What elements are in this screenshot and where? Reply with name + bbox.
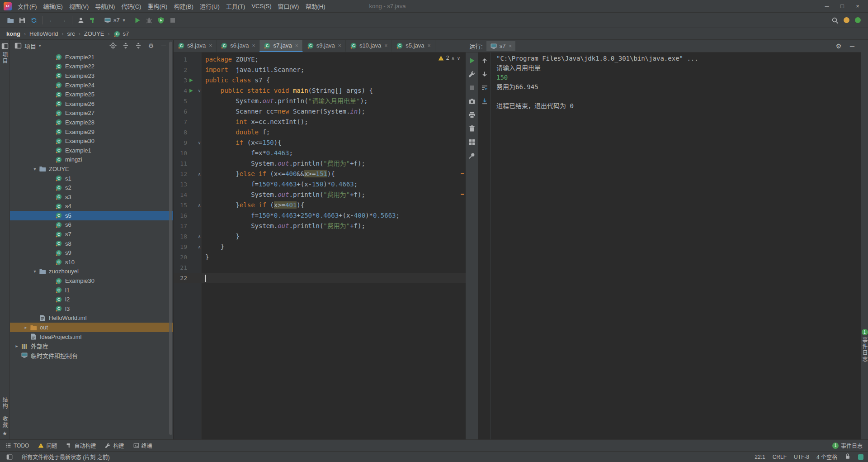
- code-line[interactable]: 1package ZOUYE;: [174, 54, 466, 65]
- tree-item[interactable]: Cs1: [10, 174, 173, 183]
- tree-item[interactable]: CExampie24: [10, 81, 173, 90]
- status-indent-style[interactable]: 4 个空格: [816, 453, 837, 461]
- toolwindow-button-event-log[interactable]: 1事件日志: [832, 442, 863, 449]
- tree-item[interactable]: Cl3: [10, 304, 173, 314]
- code-line[interactable]: 4∨ public static void main(String[] args…: [174, 86, 466, 96]
- code-line[interactable]: 14 System.out.println("费用为"+f);: [174, 190, 466, 200]
- tree-chevron-icon[interactable]: ▾: [31, 167, 39, 171]
- run-line-button[interactable]: [189, 88, 193, 93]
- prev-warning-icon[interactable]: ∧: [451, 56, 454, 61]
- tree-item[interactable]: CExampie27: [10, 109, 173, 118]
- editor[interactable]: 1package ZOUYE;2import java.util.Scanner…: [174, 52, 466, 439]
- toolwindow-button-problems[interactable]: 问题: [38, 442, 57, 449]
- toolwindow-button-terminal[interactable]: 终端: [133, 442, 152, 449]
- save-all-button[interactable]: [16, 14, 28, 26]
- write-lock-button[interactable]: [844, 453, 851, 461]
- tree-item[interactable]: CExampie29: [10, 127, 173, 137]
- code-line[interactable]: 10 f=x*0.4463;: [174, 148, 466, 158]
- code-line[interactable]: 2import java.util.Scanner;: [174, 65, 466, 75]
- tab-close-icon[interactable]: ×: [428, 43, 431, 49]
- editor-tab[interactable]: Cs10.java×: [346, 40, 392, 52]
- app-logo-icon[interactable]: IJ: [4, 2, 12, 10]
- tree-item[interactable]: CExample1: [10, 146, 173, 155]
- rerun-button[interactable]: [467, 56, 476, 65]
- editor-tab[interactable]: Cs7.java×: [259, 40, 302, 52]
- tree-item[interactable]: CExampie22: [10, 62, 173, 71]
- build-button[interactable]: [87, 14, 99, 26]
- minimize-button[interactable]: ─: [819, 3, 835, 10]
- scroll-to-end-button[interactable]: [480, 97, 489, 106]
- toolwindow-button-build[interactable]: 构建: [105, 442, 124, 449]
- code-with-me-button[interactable]: [75, 14, 87, 26]
- run-tab-close-icon[interactable]: ×: [509, 43, 512, 49]
- hide-button[interactable]: ─: [159, 41, 169, 51]
- tree-item[interactable]: CExampie21: [10, 52, 173, 62]
- status-file-encoding[interactable]: UTF-8: [794, 454, 809, 460]
- stripe-tab-event-log[interactable]: 1事件日志: [861, 329, 868, 362]
- tree-item[interactable]: Cs3: [10, 192, 173, 202]
- fold-marker-icon[interactable]: ∧: [198, 169, 201, 179]
- code-line[interactable]: 15∧ }else if (x>=401){: [174, 200, 466, 210]
- tree-item[interactable]: Cs6: [10, 220, 173, 230]
- tree-item[interactable]: Cl2: [10, 295, 173, 304]
- debug-button[interactable]: [143, 14, 155, 26]
- menu-item[interactable]: 代码(C): [118, 0, 144, 12]
- tree-item[interactable]: CExampie30: [10, 136, 173, 146]
- soft-wrap-button[interactable]: [480, 83, 489, 92]
- code-line[interactable]: 22: [174, 273, 466, 283]
- pin-button[interactable]: [467, 151, 476, 160]
- tree-item[interactable]: Cs8: [10, 239, 173, 248]
- status-caret-position[interactable]: 22:1: [755, 454, 765, 460]
- run-button[interactable]: [132, 14, 143, 26]
- menu-item[interactable]: 文件(F): [14, 0, 40, 12]
- settings-button[interactable]: ⚙: [146, 41, 156, 51]
- code-line[interactable]: 3public class s7 {: [174, 75, 466, 86]
- code-line[interactable]: 18∧ }: [174, 231, 466, 242]
- editor-tab[interactable]: Cs8.java×: [174, 40, 217, 52]
- editor-tab[interactable]: Cs9.java×: [303, 40, 346, 52]
- code-line[interactable]: 8 double f;: [174, 127, 466, 138]
- project-scrollbar[interactable]: [169, 42, 172, 435]
- menu-item[interactable]: 工具(T): [223, 0, 249, 12]
- tab-close-icon[interactable]: ×: [295, 43, 298, 49]
- tree-item[interactable]: ▾zuozhouyei: [10, 267, 173, 276]
- tree-item[interactable]: IdeaProjects.iml: [10, 332, 173, 342]
- thread-dump-button[interactable]: [467, 97, 476, 106]
- code-line[interactable]: 11 System.out.println("费用为"+f);: [174, 158, 466, 169]
- run-hide-icon[interactable]: ─: [847, 41, 857, 51]
- stop-button[interactable]: [467, 83, 476, 92]
- menu-item[interactable]: 编辑(E): [40, 0, 66, 12]
- tab-close-icon[interactable]: ×: [209, 43, 212, 49]
- toolwindow-switcher-button[interactable]: [5, 452, 14, 462]
- expand-all-button[interactable]: [121, 41, 131, 51]
- run-settings-icon[interactable]: ⚙: [834, 41, 844, 51]
- tree-item[interactable]: Cs5: [10, 211, 173, 220]
- tree-item[interactable]: Cs4: [10, 202, 173, 211]
- tab-close-icon[interactable]: ×: [338, 43, 341, 49]
- project-dropdown-icon[interactable]: ▾: [39, 43, 41, 48]
- stripe-tab-favorites[interactable]: 收藏★: [1, 416, 9, 437]
- clear-button[interactable]: [467, 124, 476, 133]
- toolwindow-button-build-auto[interactable]: 自动构建: [66, 442, 96, 449]
- tree-chevron-icon[interactable]: ▸: [22, 325, 30, 330]
- editor-tab[interactable]: Cs6.java×: [217, 40, 259, 52]
- collapse-all-button[interactable]: [133, 41, 143, 51]
- tree-item[interactable]: CExampie30: [10, 276, 173, 286]
- locate-button[interactable]: [108, 41, 118, 51]
- prev-occurrence-button[interactable]: [480, 56, 489, 65]
- stripe-tab-project[interactable]: 项目: [1, 43, 9, 64]
- menu-item[interactable]: 窗口(W): [275, 0, 302, 12]
- code-line[interactable]: 9∨ if (x<=150){: [174, 138, 466, 148]
- menu-item[interactable]: VCS(S): [248, 1, 274, 11]
- tree-item[interactable]: Cs10: [10, 257, 173, 267]
- run-line-button[interactable]: [189, 78, 193, 83]
- code-line[interactable]: 19∧ }: [174, 242, 466, 252]
- fold-marker-icon[interactable]: ∧: [198, 231, 201, 242]
- maximize-button[interactable]: □: [835, 3, 850, 10]
- code-line[interactable]: 7 int x=cc.nextInt();: [174, 117, 466, 127]
- code-line[interactable]: 17 System.out.println("费用为"+f);: [174, 221, 466, 231]
- tree-item[interactable]: HelloWorld.iml: [10, 314, 173, 323]
- search-everywhere-button[interactable]: [829, 14, 841, 26]
- breadcrumb-item[interactable]: kong: [6, 30, 20, 37]
- notification-badge[interactable]: [844, 17, 849, 23]
